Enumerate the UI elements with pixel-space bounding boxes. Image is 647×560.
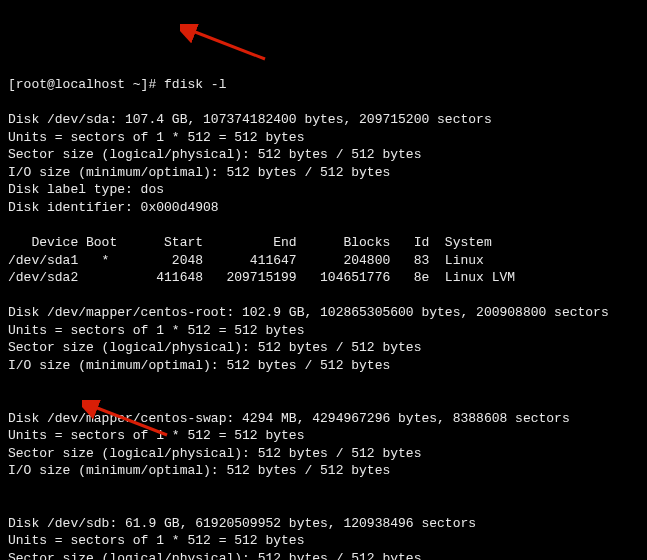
disk-units: Units = sectors of 1 * 512 = 512 bytes (8, 323, 304, 338)
disk-header: Disk /dev/mapper/centos-root: 102.9 GB, … (8, 305, 609, 320)
disk-sector: Sector size (logical/physical): 512 byte… (8, 340, 421, 355)
disk-io: I/O size (minimum/optimal): 512 bytes / … (8, 165, 390, 180)
disk-io: I/O size (minimum/optimal): 512 bytes / … (8, 358, 390, 373)
disk-header: Disk /dev/sda: 107.4 GB, 107374182400 by… (8, 112, 492, 127)
disk-units: Units = sectors of 1 * 512 = 512 bytes (8, 533, 304, 548)
partition-table-header: Device Boot Start End Blocks Id System (8, 235, 492, 250)
disk-header: Disk /dev/sdb: 61.9 GB, 61920509952 byte… (8, 516, 476, 531)
disk-units: Units = sectors of 1 * 512 = 512 bytes (8, 428, 304, 443)
disk-sector: Sector size (logical/physical): 512 byte… (8, 446, 421, 461)
disk-units: Units = sectors of 1 * 512 = 512 bytes (8, 130, 304, 145)
disk-io: I/O size (minimum/optimal): 512 bytes / … (8, 463, 390, 478)
disk-sector: Sector size (logical/physical): 512 byte… (8, 551, 421, 560)
disk-sector: Sector size (logical/physical): 512 byte… (8, 147, 421, 162)
table-row: /dev/sda2 411648 209715199 104651776 8e … (8, 270, 515, 285)
svg-line-0 (190, 30, 265, 59)
annotation-arrow-icon (180, 6, 270, 81)
disk-identifier: Disk identifier: 0x000d4908 (8, 200, 219, 215)
disk-label: Disk label type: dos (8, 182, 164, 197)
shell-prompt: [root@localhost ~]# (8, 77, 164, 92)
table-row: /dev/sda1 * 2048 411647 204800 83 Linux (8, 253, 484, 268)
command-text: fdisk -l (164, 77, 226, 92)
prompt-line[interactable]: [root@localhost ~]# fdisk -l (8, 77, 226, 92)
disk-header: Disk /dev/mapper/centos-swap: 4294 MB, 4… (8, 411, 570, 426)
